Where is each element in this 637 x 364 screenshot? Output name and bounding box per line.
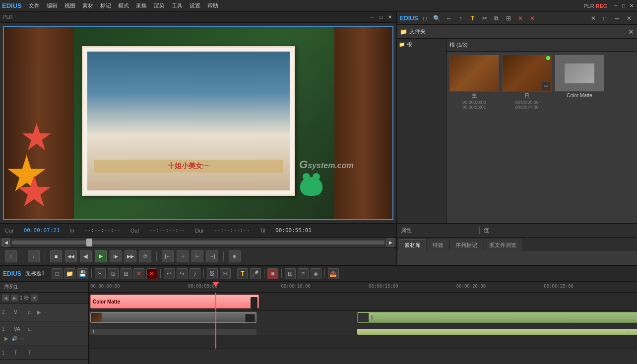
tl-multicam-btn[interactable]: ⊞ bbox=[121, 268, 131, 279]
root-folder[interactable]: 📁 根 bbox=[399, 41, 444, 48]
menu-render[interactable]: 渲染 bbox=[151, 1, 168, 10]
time-ruler[interactable]: 00:00:00:00 00:00:05:00 00:00:10:00 00:0… bbox=[89, 282, 637, 293]
asset-item-main[interactable]: 主 00:00:00:00 00:00:55:01 bbox=[449, 55, 499, 110]
menu-asset[interactable]: 素材 bbox=[79, 1, 96, 10]
scrubber-thumb[interactable] bbox=[86, 239, 92, 246]
tl-undo-btn[interactable]: ↩ bbox=[164, 268, 175, 279]
trim-out-btn[interactable]: ⊢ bbox=[191, 250, 203, 262]
asset-new-btn[interactable]: □ bbox=[420, 13, 430, 23]
tl-redo-btn[interactable]: ↪ bbox=[177, 268, 188, 279]
dur-label: Dur bbox=[195, 228, 204, 234]
asset-item-day[interactable]: ✂ 日 00:00:00:00 00:00:47:00 bbox=[502, 55, 552, 110]
tl-sep1 bbox=[91, 269, 92, 278]
prev-btn[interactable]: ◀◀ bbox=[65, 250, 77, 262]
tl-tracks-btn[interactable]: ≡ bbox=[298, 268, 309, 279]
sep2 bbox=[156, 251, 157, 261]
track-va-audio[interactable]: 🔊 bbox=[11, 335, 18, 342]
tl-export-btn[interactable]: 📤 bbox=[328, 268, 339, 279]
asset-del-btn[interactable]: ✕ bbox=[515, 13, 525, 23]
step-fwd-btn[interactable]: |▶ bbox=[110, 250, 122, 262]
asset-move-btn[interactable]: ↔ bbox=[444, 13, 454, 23]
tl-cut-btn[interactable]: ✂ bbox=[95, 268, 106, 279]
scrubber-track[interactable] bbox=[12, 241, 384, 244]
asset-close-btn[interactable]: ✕ bbox=[624, 13, 634, 23]
track-va-expand[interactable]: ▶ bbox=[3, 335, 10, 342]
close-button[interactable]: ✕ bbox=[628, 2, 635, 9]
clip-va1[interactable] bbox=[90, 312, 256, 323]
playhead-line-t bbox=[215, 335, 216, 349]
asset-export-btn[interactable]: ↑ bbox=[456, 13, 466, 23]
asset-scissors-btn[interactable]: ✂ bbox=[480, 13, 490, 23]
tl-marker-btn[interactable]: ◈ bbox=[311, 268, 321, 279]
tab-sequence-marks[interactable]: 序列标记 bbox=[450, 239, 483, 251]
tl-title-btn[interactable]: T bbox=[237, 268, 248, 279]
track-t-icon[interactable]: T bbox=[26, 349, 34, 357]
tl-grid-btn[interactable]: ⊞ bbox=[285, 268, 296, 279]
preview-minimize[interactable]: ─ bbox=[369, 14, 376, 21]
tl-unlink-btn[interactable]: ✄ bbox=[220, 268, 231, 279]
maximize-button[interactable]: □ bbox=[620, 2, 627, 9]
menu-view[interactable]: 视图 bbox=[62, 1, 78, 10]
stop-btn[interactable]: ■ bbox=[50, 250, 62, 262]
asset-grid-btn[interactable]: ⊞ bbox=[504, 13, 513, 23]
tl-new-btn[interactable]: □ bbox=[52, 268, 63, 279]
tl-sep2 bbox=[160, 269, 161, 278]
minimize-button[interactable]: ─ bbox=[612, 2, 619, 9]
clip-va1-thumb bbox=[91, 313, 102, 322]
next-btn[interactable]: ▶▶ bbox=[125, 250, 136, 262]
track-va-icon[interactable]: □ bbox=[26, 325, 34, 333]
in-point-btn[interactable]: |← bbox=[162, 250, 174, 262]
menu-mark[interactable]: 标记 bbox=[97, 1, 114, 10]
menu-tools[interactable]: 工具 bbox=[169, 1, 186, 10]
tab-asset-library[interactable]: 素材库 bbox=[399, 239, 426, 251]
trim-in-btn[interactable]: ⊣ bbox=[177, 250, 189, 262]
tl-save-btn[interactable]: 💾 bbox=[77, 268, 88, 279]
tl-del-btn[interactable]: ✕ bbox=[133, 268, 144, 279]
menu-help[interactable]: 帮助 bbox=[204, 1, 221, 10]
tl-link-btn[interactable]: ⛓ bbox=[207, 268, 218, 279]
tl-copy-btn[interactable]: ⧉ bbox=[108, 268, 119, 279]
asset-minimize-btn[interactable]: ─ bbox=[612, 13, 622, 23]
asset-T-btn[interactable]: T bbox=[468, 13, 478, 23]
tab-effects[interactable]: 特效 bbox=[427, 239, 449, 251]
track-v2-icon[interactable]: □ bbox=[26, 308, 34, 316]
clip-color-matte[interactable]: Color Matte bbox=[90, 295, 259, 308]
preview-close[interactable]: ✕ bbox=[386, 14, 393, 21]
loop-btn[interactable]: ⟳ bbox=[139, 250, 151, 262]
tab-source-browser[interactable]: 源文件浏览 bbox=[484, 239, 522, 251]
menu-capture[interactable]: 采集 bbox=[133, 1, 150, 10]
scale-dropdown-btn[interactable]: ▼ bbox=[31, 295, 38, 302]
clip-va2[interactable]: 1 bbox=[357, 312, 637, 323]
folder-tree-icon: 📁 bbox=[399, 42, 405, 47]
mark-out-btn[interactable]: ↓ bbox=[28, 250, 40, 262]
asset-copy-btn[interactable]: ⧉ bbox=[492, 13, 502, 23]
track-v2-expand[interactable]: ▶ bbox=[36, 309, 43, 316]
tl-del2-btn[interactable]: ✕ bbox=[146, 268, 157, 279]
mark-in-btn[interactable]: ↑ bbox=[5, 250, 17, 262]
audio-lane2: 1 bbox=[357, 329, 637, 335]
scale-down-btn[interactable]: ◀ bbox=[2, 295, 9, 302]
menu-settings[interactable]: 设置 bbox=[187, 1, 203, 10]
folder-close-btn[interactable]: ✕ bbox=[628, 28, 634, 36]
asset-search-btn[interactable]: 🔍 bbox=[432, 13, 442, 23]
tl-folder-btn[interactable]: 📁 bbox=[64, 268, 75, 279]
asset-item-color-matte[interactable]: Color Matte bbox=[555, 55, 604, 110]
scale-up-btn[interactable]: ▶ bbox=[11, 295, 18, 302]
play-btn[interactable]: ▶ bbox=[95, 250, 107, 262]
out-point-btn[interactable]: →| bbox=[206, 250, 218, 262]
scrubber-left-btn[interactable]: ◀ bbox=[2, 239, 10, 246]
scrubber-right-btn[interactable]: ▶ bbox=[386, 239, 394, 246]
asset-close-right-btn[interactable]: ✕ bbox=[588, 13, 598, 23]
tl-audio-btn[interactable]: ♪ bbox=[190, 268, 200, 279]
track-va-move[interactable]: ↔ bbox=[19, 335, 26, 342]
asset-maximize-btn[interactable]: □ bbox=[600, 13, 610, 23]
menu-mode[interactable]: 模式 bbox=[115, 1, 132, 10]
menu-edit[interactable]: 编辑 bbox=[44, 1, 61, 10]
tl-color-btn[interactable]: ■ bbox=[267, 268, 278, 279]
preview-maximize[interactable]: □ bbox=[378, 14, 384, 21]
asset-del2-btn[interactable]: ✕ bbox=[527, 13, 537, 23]
menu-file[interactable]: 文件 bbox=[26, 1, 43, 10]
grab-btn[interactable]: ⊕ bbox=[229, 250, 241, 262]
step-back-btn[interactable]: ◀| bbox=[80, 250, 92, 262]
tl-mic-btn[interactable]: 🎤 bbox=[250, 268, 261, 279]
